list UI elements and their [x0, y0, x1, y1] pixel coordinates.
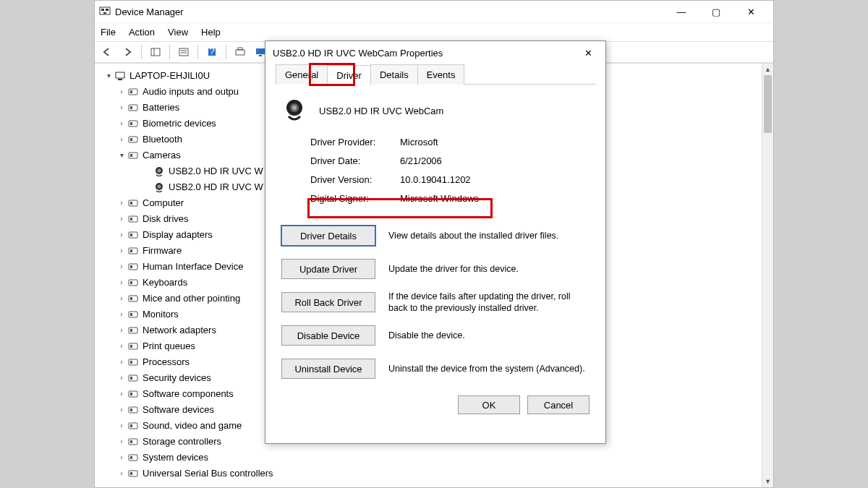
svg-rect-52 [130, 361, 132, 364]
dialog-title: USB2.0 HD IR UVC WebCam Properties [273, 48, 578, 59]
svg-rect-64 [130, 456, 132, 459]
scroll-down-icon[interactable]: ▼ [762, 476, 773, 487]
properties-dialog: USB2.0 HD IR UVC WebCam Properties ✕ Gen… [265, 40, 606, 444]
show-hide-icon[interactable] [146, 43, 165, 61]
svg-rect-15 [116, 72, 124, 78]
device-category-icon [127, 356, 140, 368]
device-category-icon [127, 388, 140, 400]
tree-item[interactable]: ›System devices [103, 450, 773, 466]
scan-icon[interactable] [231, 43, 250, 61]
tab-general[interactable]: General [276, 64, 328, 85]
svg-rect-62 [130, 440, 132, 443]
svg-rect-53 [129, 375, 137, 381]
device-category-icon [127, 309, 140, 320]
svg-rect-13 [256, 48, 265, 54]
chevron-right-icon: › [116, 100, 127, 116]
menu-action[interactable]: Action [129, 27, 155, 38]
svg-rect-23 [129, 137, 137, 142]
chevron-down-icon: ▾ [103, 68, 114, 84]
maximize-button[interactable]: ▢ [705, 4, 727, 20]
tree-item-label: USB2.0 HD IR UVC W [169, 179, 263, 195]
close-button[interactable]: ✕ [740, 4, 762, 20]
toolbar-separator [226, 45, 226, 59]
svg-rect-37 [129, 248, 137, 254]
tab-events[interactable]: Events [417, 64, 465, 85]
properties-icon[interactable] [174, 43, 193, 61]
svg-rect-55 [129, 391, 137, 397]
driver-version-value: 10.0.19041.1202 [400, 174, 471, 185]
rollback-driver-button[interactable]: Roll Back Driver [281, 292, 375, 312]
tree-item-label: Disk drives [142, 211, 189, 227]
menu-file[interactable]: File [101, 27, 116, 38]
svg-rect-16 [118, 79, 122, 80]
scroll-up-icon[interactable]: ▲ [762, 64, 773, 75]
cancel-button[interactable]: Cancel [527, 395, 590, 414]
computer-icon [114, 70, 127, 82]
tree-item-label: System devices [142, 450, 208, 466]
forward-button[interactable] [118, 43, 137, 61]
svg-rect-34 [130, 218, 132, 221]
driver-details-button[interactable]: Driver Details [281, 226, 375, 246]
svg-rect-6 [179, 48, 188, 56]
chevron-right-icon: › [116, 291, 127, 307]
svg-point-30 [158, 185, 161, 189]
chevron-right-icon: › [116, 370, 127, 386]
device-category-icon [127, 341, 140, 352]
svg-rect-40 [130, 265, 132, 268]
device-category-icon [127, 86, 140, 98]
digital-signer-value: Microsoft Windows [400, 193, 479, 204]
titlebar: Device Manager — ▢ ✕ [95, 1, 773, 22]
scrollbar-thumb[interactable] [764, 75, 772, 133]
svg-rect-42 [130, 281, 132, 284]
tree-item-label: Network adapters [142, 322, 216, 338]
disable-device-button[interactable]: Disable Device [281, 325, 375, 346]
tab-details[interactable]: Details [370, 64, 418, 85]
svg-rect-48 [130, 329, 132, 332]
minimize-button[interactable]: — [671, 4, 692, 20]
tree-item-label: Print queues [142, 338, 195, 354]
svg-rect-3 [103, 12, 106, 14]
update-driver-button[interactable]: Update Driver [281, 259, 375, 279]
svg-rect-22 [130, 122, 132, 125]
svg-rect-59 [129, 423, 137, 429]
tree-root-label: LAPTOP-EHJILI0U [129, 68, 210, 84]
back-button[interactable] [98, 43, 116, 61]
chevron-right-icon: › [116, 84, 127, 100]
svg-rect-26 [130, 154, 132, 157]
driver-date-label: Driver Date: [310, 155, 400, 166]
rollback-driver-description: If the device fails after updating the d… [388, 291, 590, 314]
tree-item[interactable]: ›Universal Serial Bus controllers [103, 466, 773, 481]
svg-rect-44 [130, 297, 132, 300]
svg-rect-31 [129, 200, 137, 206]
tree-item-label: USB2.0 HD IR UVC W [169, 163, 263, 179]
device-category-icon [127, 261, 140, 273]
svg-rect-18 [130, 90, 132, 93]
menu-view[interactable]: View [168, 27, 188, 38]
device-category-icon [127, 118, 140, 129]
ok-button[interactable]: OK [458, 395, 520, 414]
svg-rect-1 [101, 9, 104, 11]
device-category-icon [127, 245, 140, 257]
device-name: USB2.0 HD IR UVC WebCam [319, 106, 443, 116]
help-icon[interactable]: ? [203, 43, 221, 61]
device-category-icon [127, 213, 140, 225]
svg-rect-35 [129, 232, 137, 238]
toolbar-separator [197, 45, 198, 59]
uninstall-device-button[interactable]: Uninstall Device [281, 359, 375, 379]
update-driver-description: Update the driver for this device. [388, 263, 590, 275]
scrollbar-vertical[interactable]: ▲ ▼ [762, 64, 773, 487]
svg-rect-4 [151, 48, 160, 56]
chevron-right-icon: › [116, 243, 127, 259]
tab-driver[interactable]: Driver [327, 65, 371, 85]
menu-help[interactable]: Help [201, 27, 221, 38]
tree-item-label: Batteries [142, 100, 179, 116]
chevron-right-icon: › [116, 227, 127, 243]
device-category-icon [127, 420, 140, 432]
dialog-close-button[interactable]: ✕ [578, 44, 598, 61]
chevron-right-icon: › [116, 386, 127, 402]
chevron-right-icon: › [116, 466, 127, 481]
chevron-right-icon: › [116, 418, 127, 434]
device-category-icon [127, 102, 140, 114]
device-category-icon [127, 325, 140, 336]
chevron-right-icon: › [116, 338, 127, 354]
